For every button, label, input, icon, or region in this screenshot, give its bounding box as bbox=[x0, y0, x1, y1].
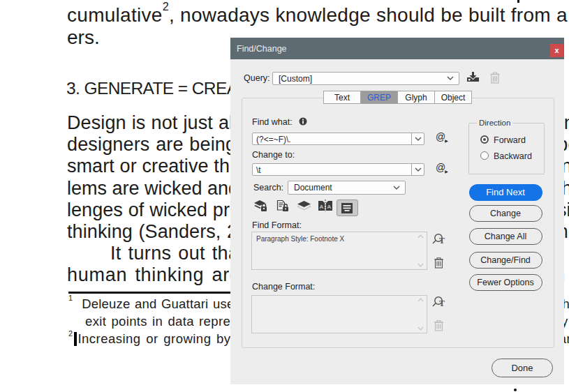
svg-text:T: T bbox=[439, 299, 445, 308]
svg-text:A: A bbox=[320, 204, 324, 210]
svg-text:A: A bbox=[327, 204, 332, 210]
svg-text:T: T bbox=[439, 236, 445, 246]
